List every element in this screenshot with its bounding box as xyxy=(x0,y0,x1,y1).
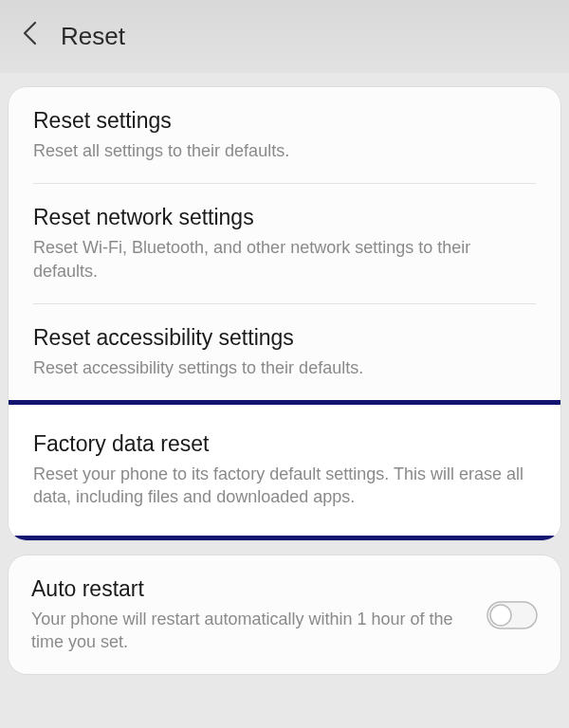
item-desc: Reset accessibility settings to their de… xyxy=(33,356,536,379)
reset-options-card: Reset settings Reset all settings to the… xyxy=(8,86,561,541)
auto-restart-text: Auto restart Your phone will restart aut… xyxy=(31,576,471,654)
item-title: Reset settings xyxy=(33,108,536,134)
item-title: Reset network settings xyxy=(33,205,536,230)
item-title: Auto restart xyxy=(31,576,471,602)
svg-point-1 xyxy=(490,605,511,626)
item-desc: Reset all settings to their defaults. xyxy=(33,139,536,162)
item-desc: Reset Wi-Fi, Bluetooth, and other networ… xyxy=(33,236,536,282)
back-icon[interactable] xyxy=(23,21,38,52)
item-title: Factory data reset xyxy=(33,431,536,457)
item-desc: Reset your phone to its factory default … xyxy=(33,463,536,509)
factory-data-reset-item[interactable]: Factory data reset Reset your phone to i… xyxy=(9,405,560,536)
reset-accessibility-settings-item[interactable]: Reset accessibility settings Reset acces… xyxy=(9,304,560,400)
header: Reset xyxy=(0,0,569,73)
page-title: Reset xyxy=(61,22,125,51)
reset-network-settings-item[interactable]: Reset network settings Reset Wi-Fi, Blue… xyxy=(9,184,560,303)
item-title: Reset accessibility settings xyxy=(33,325,536,351)
item-desc: Your phone will restart automatically wi… xyxy=(31,608,471,654)
highlighted-item: Factory data reset Reset your phone to i… xyxy=(8,400,561,540)
auto-restart-toggle[interactable] xyxy=(486,601,538,629)
auto-restart-card[interactable]: Auto restart Your phone will restart aut… xyxy=(8,555,561,676)
reset-settings-item[interactable]: Reset settings Reset all settings to the… xyxy=(9,87,560,183)
